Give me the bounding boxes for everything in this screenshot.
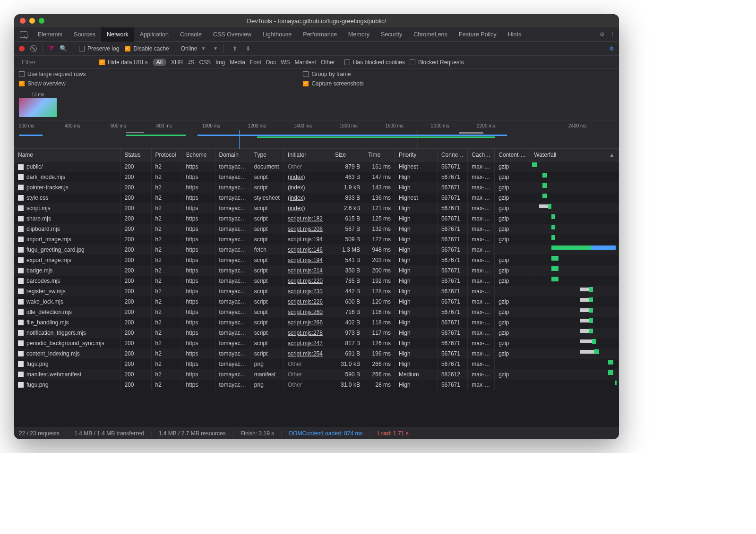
initiator-link[interactable]: script.mjs:220 xyxy=(288,278,323,284)
filter-type-manifest[interactable]: Manifest xyxy=(295,59,316,66)
tab-memory[interactable]: Memory xyxy=(343,27,375,42)
filter-type-all[interactable]: All xyxy=(153,59,166,66)
initiator-link[interactable]: script.mjs:247 xyxy=(288,340,323,347)
timeline-overview[interactable]: 200 ms400 ms600 ms800 ms1000 ms1200 ms14… xyxy=(14,120,619,149)
request-row[interactable]: badge.mjs200h2httpstomayac…scriptscript.… xyxy=(14,265,619,276)
record-button[interactable] xyxy=(19,46,25,51)
filter-type-font[interactable]: Font xyxy=(250,59,261,66)
upload-icon[interactable]: ⬆ xyxy=(232,45,237,52)
preserve-log-checkbox[interactable]: Preserve log xyxy=(79,45,119,52)
filter-type-xhr[interactable]: XHR xyxy=(171,59,183,66)
initiator-link[interactable]: script.mjs:208 xyxy=(288,226,323,232)
tab-sources[interactable]: Sources xyxy=(68,27,101,42)
network-settings-icon[interactable]: ⚙ xyxy=(609,45,614,52)
tab-feature-policy[interactable]: Feature Policy xyxy=(453,27,502,42)
clear-button[interactable] xyxy=(30,45,37,52)
close-button[interactable] xyxy=(20,18,26,24)
initiator-link[interactable]: script.mjs:278 xyxy=(288,330,323,336)
column-cach-[interactable]: Cach… xyxy=(468,149,495,161)
filter-type-doc[interactable]: Doc xyxy=(266,59,276,66)
request-row[interactable]: style.css200h2httpstomayac…stylesheet(in… xyxy=(14,193,619,203)
search-icon[interactable]: 🔍 xyxy=(60,45,67,52)
tab-css-overview[interactable]: CSS Overview xyxy=(207,27,257,42)
filter-type-js[interactable]: JS xyxy=(188,59,194,66)
tab-lighthouse[interactable]: Lighthouse xyxy=(257,27,297,42)
request-row[interactable]: fugu.png200h2httpstomayac…pngOther31.0 k… xyxy=(14,359,619,369)
filter-input[interactable] xyxy=(19,57,94,67)
column-protocol[interactable]: Protocol xyxy=(151,149,182,161)
tab-network[interactable]: Network xyxy=(101,27,134,42)
column-size[interactable]: Size xyxy=(331,149,364,161)
request-row[interactable]: public/200h2httpstomayac…documentOther87… xyxy=(14,161,619,172)
initiator-link[interactable]: script.mjs:194 xyxy=(288,236,323,243)
initiator-link[interactable]: script.mjs:146 xyxy=(288,246,323,253)
hide-data-urls-checkbox[interactable]: Hide data URLs xyxy=(99,59,148,66)
initiator-link[interactable]: script.mjs:194 xyxy=(288,257,323,263)
column-time[interactable]: Time xyxy=(364,149,395,161)
request-row[interactable]: pointer-tracker.js200h2httpstomayac…scri… xyxy=(14,182,619,193)
request-row[interactable]: fugu_greeting_card.jpg200h2httpstomayac…… xyxy=(14,245,619,255)
column-conne-[interactable]: Conne… xyxy=(437,149,467,161)
request-row[interactable]: export_image.mjs200h2httpstomayac…script… xyxy=(14,255,619,265)
initiator-link[interactable]: (index) xyxy=(288,205,305,212)
disable-cache-checkbox[interactable]: Disable cache xyxy=(125,45,169,52)
capture-screenshots-checkbox[interactable]: Capture screenshots xyxy=(303,80,364,87)
request-row[interactable]: import_image.mjs200h2httpstomayac…script… xyxy=(14,234,619,245)
group-by-frame-checkbox[interactable]: Group by frame xyxy=(303,71,364,77)
column-scheme[interactable]: Scheme xyxy=(182,149,215,161)
screenshot-thumb[interactable] xyxy=(19,98,57,117)
initiator-link[interactable]: script.mjs:266 xyxy=(288,319,323,326)
filter-type-img[interactable]: Img xyxy=(215,59,225,66)
request-row[interactable]: register_sw.mjs200h2httpstomayac…scripts… xyxy=(14,286,619,297)
column-priority[interactable]: Priority xyxy=(395,149,437,161)
column-initiator[interactable]: Initiator xyxy=(284,149,331,161)
request-row[interactable]: fugu.png200h2httpstomayac…pngOther31.0 k… xyxy=(14,380,619,390)
initiator-link[interactable]: script.mjs:254 xyxy=(288,350,323,357)
column-domain[interactable]: Domain xyxy=(215,149,250,161)
request-row[interactable]: barcodes.mjs200h2httpstomayac…scriptscri… xyxy=(14,276,619,286)
request-row[interactable]: script.mjs200h2httpstomayac…script(index… xyxy=(14,203,619,213)
tab-hints[interactable]: Hints xyxy=(502,27,527,42)
column-name[interactable]: Name xyxy=(14,149,120,161)
column-waterfall[interactable]: Waterfall ▲ xyxy=(530,149,619,161)
request-row[interactable]: manifest.webmanifest200h2httpstomayac…ma… xyxy=(14,369,619,380)
more-icon[interactable]: ⋮ xyxy=(610,31,615,38)
request-row[interactable]: dark_mode.mjs200h2httpstomayac…script(in… xyxy=(14,172,619,182)
tab-console[interactable]: Console xyxy=(174,27,207,42)
initiator-link[interactable]: script.mjs:233 xyxy=(288,288,323,295)
request-row[interactable]: content_indexing.mjs200h2httpstomayac…sc… xyxy=(14,348,619,359)
initiator-link[interactable]: (index) xyxy=(288,184,305,191)
filter-type-media[interactable]: Media xyxy=(230,59,245,66)
throttling-select[interactable]: Online▼ xyxy=(181,45,206,52)
column-content-[interactable]: Content-… xyxy=(495,149,530,161)
tab-security[interactable]: Security xyxy=(375,27,408,42)
initiator-link[interactable]: (index) xyxy=(288,195,305,201)
filter-icon[interactable]: ⧩ xyxy=(49,45,54,52)
column-status[interactable]: Status xyxy=(120,149,151,161)
filter-type-ws[interactable]: WS xyxy=(281,59,290,66)
use-large-rows-checkbox[interactable]: Use large request rows xyxy=(19,71,86,77)
request-row[interactable]: share.mjs200h2httpstomayac…scriptscript.… xyxy=(14,213,619,224)
request-row[interactable]: idle_detection.mjs200h2httpstomayac…scri… xyxy=(14,307,619,317)
tab-chromelens[interactable]: ChromeLens xyxy=(408,27,453,42)
request-row[interactable]: periodic_background_sync.mjs200h2httpsto… xyxy=(14,338,619,348)
request-row[interactable]: clipboard.mjs200h2httpstomayac…scriptscr… xyxy=(14,224,619,234)
inspect-icon[interactable] xyxy=(20,31,27,38)
filter-type-other[interactable]: Other xyxy=(321,59,335,66)
initiator-link[interactable]: script.mjs:214 xyxy=(288,267,323,274)
initiator-link[interactable]: script.mjs:260 xyxy=(288,309,323,315)
blocked-requests-checkbox[interactable]: Blocked Requests xyxy=(410,59,464,66)
has-blocked-cookies-checkbox[interactable]: Has blocked cookies xyxy=(344,59,405,66)
request-row[interactable]: wake_lock.mjs200h2httpstomayac…scriptscr… xyxy=(14,297,619,307)
show-overview-checkbox[interactable]: Show overview xyxy=(19,80,86,87)
initiator-link[interactable]: script.mjs:182 xyxy=(288,215,323,222)
tab-performance[interactable]: Performance xyxy=(297,27,343,42)
tab-application[interactable]: Application xyxy=(134,27,174,42)
offline-caret[interactable]: ▼ xyxy=(213,46,218,51)
initiator-link[interactable]: (index) xyxy=(288,174,305,180)
column-type[interactable]: Type xyxy=(250,149,284,161)
zoom-button[interactable] xyxy=(39,18,44,24)
requests-table[interactable]: NameStatusProtocolSchemeDomainTypeInitia… xyxy=(14,149,619,427)
download-icon[interactable]: ⬇ xyxy=(246,45,250,52)
filter-type-css[interactable]: CSS xyxy=(199,59,211,66)
